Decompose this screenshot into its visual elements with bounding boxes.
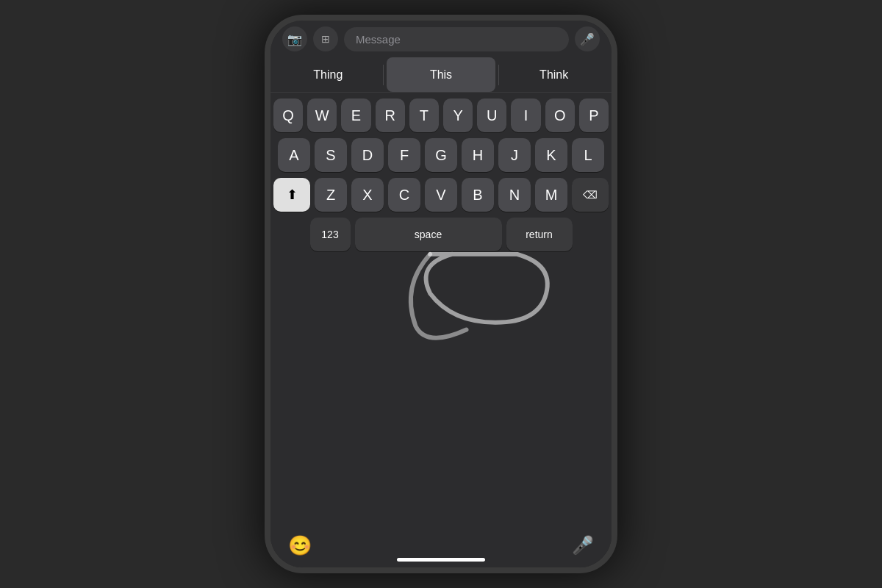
key-row-2: A S D F G H J K L <box>273 138 609 172</box>
autocomplete-this[interactable]: This <box>387 57 496 92</box>
phone-frame: 📷 ⊞ Message 🎤 Thing This <box>265 15 617 573</box>
key-y[interactable]: Y <box>443 98 473 132</box>
key-p[interactable]: P <box>579 98 609 132</box>
key-delete[interactable]: ⌫ <box>572 178 609 212</box>
delete-icon: ⌫ <box>583 189 598 201</box>
key-q[interactable]: Q <box>273 98 303 132</box>
key-row-3: ⬆ Z X C V B N M ⌫ <box>273 178 609 212</box>
key-a[interactable]: A <box>278 138 310 172</box>
phone-screen: 📷 ⊞ Message 🎤 Thing This <box>270 21 612 567</box>
key-s[interactable]: S <box>315 138 347 172</box>
home-indicator <box>397 558 485 562</box>
key-h[interactable]: H <box>462 138 494 172</box>
key-k[interactable]: K <box>535 138 567 172</box>
key-space[interactable]: space <box>355 218 502 251</box>
shift-icon: ⬆ <box>287 187 298 203</box>
key-t[interactable]: T <box>409 98 439 132</box>
message-input[interactable]: Message <box>344 27 569 51</box>
key-b[interactable]: B <box>462 178 494 212</box>
key-c[interactable]: C <box>388 178 420 212</box>
key-n[interactable]: N <box>498 178 531 212</box>
key-v[interactable]: V <box>425 178 457 212</box>
autocomplete-think[interactable]: Think <box>499 57 609 92</box>
top-mic-btn[interactable]: 🎤 <box>575 26 600 51</box>
apps-icon-btn[interactable]: ⊞ <box>313 26 338 51</box>
key-e[interactable]: E <box>341 98 370 132</box>
key-i[interactable]: I <box>511 98 540 132</box>
emoji-btn[interactable]: 😊 <box>288 534 312 557</box>
key-rows: Q W E R T Y U I O P A S D F G <box>270 93 612 516</box>
key-l[interactable]: L <box>572 138 604 172</box>
keyboard: Thing This Think Q W E R T <box>270 57 612 567</box>
camera-icon-btn[interactable]: 📷 <box>282 26 307 51</box>
autocomplete-divider-1 <box>383 65 384 85</box>
key-return[interactable]: return <box>506 218 573 251</box>
key-d[interactable]: D <box>351 138 384 172</box>
top-bar: 📷 ⊞ Message 🎤 <box>270 21 612 57</box>
autocomplete-bar: Thing This Think <box>270 57 612 93</box>
key-x[interactable]: X <box>351 178 384 212</box>
key-shift[interactable]: ⬆ <box>273 178 310 212</box>
key-j[interactable]: J <box>498 138 531 172</box>
key-row-1: Q W E R T Y U I O P <box>273 98 609 132</box>
key-z[interactable]: Z <box>315 178 347 212</box>
key-row-4: 123 space return <box>273 218 609 251</box>
autocomplete-thing[interactable]: Thing <box>273 57 383 92</box>
key-m[interactable]: M <box>535 178 567 212</box>
key-u[interactable]: U <box>477 98 506 132</box>
key-r[interactable]: R <box>376 98 405 132</box>
key-f[interactable]: F <box>388 138 420 172</box>
key-o[interactable]: O <box>545 98 575 132</box>
key-g[interactable]: G <box>425 138 457 172</box>
bottom-mic-btn[interactable]: 🎤 <box>572 535 594 556</box>
key-w[interactable]: W <box>307 98 337 132</box>
key-numbers[interactable]: 123 <box>310 218 351 251</box>
